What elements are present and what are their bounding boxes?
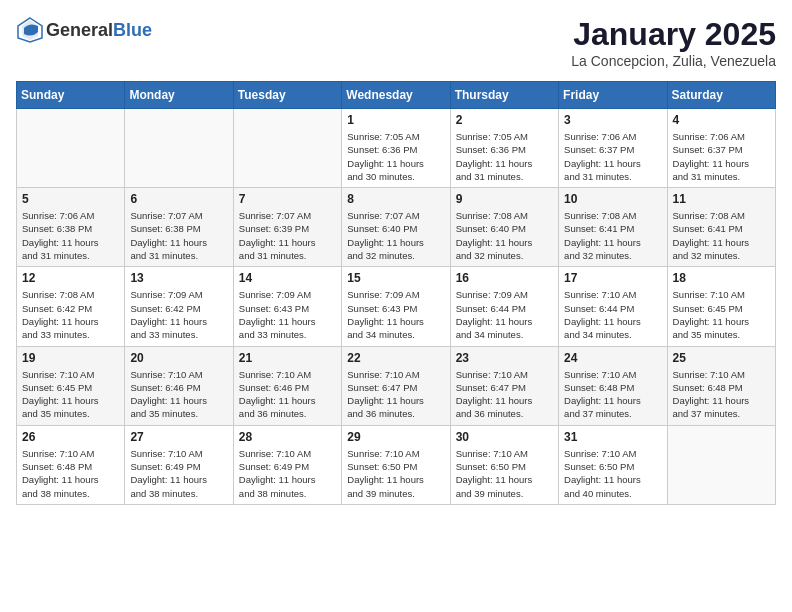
day-cell-17: 17Sunrise: 7:10 AMSunset: 6:44 PMDayligh… xyxy=(559,267,667,346)
day-cell-16: 16Sunrise: 7:09 AMSunset: 6:44 PMDayligh… xyxy=(450,267,558,346)
week-row-4: 19Sunrise: 7:10 AMSunset: 6:45 PMDayligh… xyxy=(17,346,776,425)
week-row-1: 1Sunrise: 7:05 AMSunset: 6:36 PMDaylight… xyxy=(17,109,776,188)
day-info-1: Sunrise: 7:05 AMSunset: 6:36 PMDaylight:… xyxy=(347,130,444,183)
day-info-13: Sunrise: 7:09 AMSunset: 6:42 PMDaylight:… xyxy=(130,288,227,341)
day-info-8: Sunrise: 7:07 AMSunset: 6:40 PMDaylight:… xyxy=(347,209,444,262)
day-info-31: Sunrise: 7:10 AMSunset: 6:50 PMDaylight:… xyxy=(564,447,661,500)
day-number-26: 26 xyxy=(22,430,119,444)
day-cell-19: 19Sunrise: 7:10 AMSunset: 6:45 PMDayligh… xyxy=(17,346,125,425)
day-number-14: 14 xyxy=(239,271,336,285)
day-number-16: 16 xyxy=(456,271,553,285)
day-number-25: 25 xyxy=(673,351,770,365)
day-number-3: 3 xyxy=(564,113,661,127)
day-info-5: Sunrise: 7:06 AMSunset: 6:38 PMDaylight:… xyxy=(22,209,119,262)
day-number-22: 22 xyxy=(347,351,444,365)
week-row-2: 5Sunrise: 7:06 AMSunset: 6:38 PMDaylight… xyxy=(17,188,776,267)
header-day-sunday: Sunday xyxy=(17,82,125,109)
empty-cell xyxy=(125,109,233,188)
day-info-3: Sunrise: 7:06 AMSunset: 6:37 PMDaylight:… xyxy=(564,130,661,183)
day-number-30: 30 xyxy=(456,430,553,444)
day-number-9: 9 xyxy=(456,192,553,206)
logo-icon xyxy=(16,16,44,44)
header-day-friday: Friday xyxy=(559,82,667,109)
day-number-21: 21 xyxy=(239,351,336,365)
day-cell-21: 21Sunrise: 7:10 AMSunset: 6:46 PMDayligh… xyxy=(233,346,341,425)
day-cell-5: 5Sunrise: 7:06 AMSunset: 6:38 PMDaylight… xyxy=(17,188,125,267)
day-cell-18: 18Sunrise: 7:10 AMSunset: 6:45 PMDayligh… xyxy=(667,267,775,346)
day-info-16: Sunrise: 7:09 AMSunset: 6:44 PMDaylight:… xyxy=(456,288,553,341)
day-number-7: 7 xyxy=(239,192,336,206)
day-number-17: 17 xyxy=(564,271,661,285)
day-info-17: Sunrise: 7:10 AMSunset: 6:44 PMDaylight:… xyxy=(564,288,661,341)
day-number-10: 10 xyxy=(564,192,661,206)
day-cell-30: 30Sunrise: 7:10 AMSunset: 6:50 PMDayligh… xyxy=(450,425,558,504)
day-info-19: Sunrise: 7:10 AMSunset: 6:45 PMDaylight:… xyxy=(22,368,119,421)
day-number-6: 6 xyxy=(130,192,227,206)
logo-general: General xyxy=(46,20,113,40)
day-info-26: Sunrise: 7:10 AMSunset: 6:48 PMDaylight:… xyxy=(22,447,119,500)
day-number-8: 8 xyxy=(347,192,444,206)
day-cell-10: 10Sunrise: 7:08 AMSunset: 6:41 PMDayligh… xyxy=(559,188,667,267)
day-cell-22: 22Sunrise: 7:10 AMSunset: 6:47 PMDayligh… xyxy=(342,346,450,425)
day-info-15: Sunrise: 7:09 AMSunset: 6:43 PMDaylight:… xyxy=(347,288,444,341)
header-day-saturday: Saturday xyxy=(667,82,775,109)
month-title: January 2025 xyxy=(571,16,776,53)
day-info-2: Sunrise: 7:05 AMSunset: 6:36 PMDaylight:… xyxy=(456,130,553,183)
day-cell-2: 2Sunrise: 7:05 AMSunset: 6:36 PMDaylight… xyxy=(450,109,558,188)
day-info-23: Sunrise: 7:10 AMSunset: 6:47 PMDaylight:… xyxy=(456,368,553,421)
day-cell-24: 24Sunrise: 7:10 AMSunset: 6:48 PMDayligh… xyxy=(559,346,667,425)
day-number-28: 28 xyxy=(239,430,336,444)
day-cell-14: 14Sunrise: 7:09 AMSunset: 6:43 PMDayligh… xyxy=(233,267,341,346)
day-number-15: 15 xyxy=(347,271,444,285)
day-info-30: Sunrise: 7:10 AMSunset: 6:50 PMDaylight:… xyxy=(456,447,553,500)
day-number-31: 31 xyxy=(564,430,661,444)
location-title: La Concepcion, Zulia, Venezuela xyxy=(571,53,776,69)
day-info-22: Sunrise: 7:10 AMSunset: 6:47 PMDaylight:… xyxy=(347,368,444,421)
day-cell-9: 9Sunrise: 7:08 AMSunset: 6:40 PMDaylight… xyxy=(450,188,558,267)
day-number-12: 12 xyxy=(22,271,119,285)
day-info-12: Sunrise: 7:08 AMSunset: 6:42 PMDaylight:… xyxy=(22,288,119,341)
day-info-25: Sunrise: 7:10 AMSunset: 6:48 PMDaylight:… xyxy=(673,368,770,421)
empty-cell xyxy=(17,109,125,188)
header-row: SundayMondayTuesdayWednesdayThursdayFrid… xyxy=(17,82,776,109)
header-day-wednesday: Wednesday xyxy=(342,82,450,109)
header-day-monday: Monday xyxy=(125,82,233,109)
day-cell-25: 25Sunrise: 7:10 AMSunset: 6:48 PMDayligh… xyxy=(667,346,775,425)
day-number-18: 18 xyxy=(673,271,770,285)
day-info-7: Sunrise: 7:07 AMSunset: 6:39 PMDaylight:… xyxy=(239,209,336,262)
day-info-6: Sunrise: 7:07 AMSunset: 6:38 PMDaylight:… xyxy=(130,209,227,262)
calendar-header: SundayMondayTuesdayWednesdayThursdayFrid… xyxy=(17,82,776,109)
day-info-21: Sunrise: 7:10 AMSunset: 6:46 PMDaylight:… xyxy=(239,368,336,421)
day-info-24: Sunrise: 7:10 AMSunset: 6:48 PMDaylight:… xyxy=(564,368,661,421)
day-info-11: Sunrise: 7:08 AMSunset: 6:41 PMDaylight:… xyxy=(673,209,770,262)
day-number-1: 1 xyxy=(347,113,444,127)
day-number-20: 20 xyxy=(130,351,227,365)
day-cell-7: 7Sunrise: 7:07 AMSunset: 6:39 PMDaylight… xyxy=(233,188,341,267)
day-cell-12: 12Sunrise: 7:08 AMSunset: 6:42 PMDayligh… xyxy=(17,267,125,346)
logo-text: GeneralBlue xyxy=(46,20,152,41)
day-cell-28: 28Sunrise: 7:10 AMSunset: 6:49 PMDayligh… xyxy=(233,425,341,504)
day-info-14: Sunrise: 7:09 AMSunset: 6:43 PMDaylight:… xyxy=(239,288,336,341)
day-cell-3: 3Sunrise: 7:06 AMSunset: 6:37 PMDaylight… xyxy=(559,109,667,188)
empty-cell xyxy=(233,109,341,188)
day-number-19: 19 xyxy=(22,351,119,365)
day-cell-11: 11Sunrise: 7:08 AMSunset: 6:41 PMDayligh… xyxy=(667,188,775,267)
day-info-10: Sunrise: 7:08 AMSunset: 6:41 PMDaylight:… xyxy=(564,209,661,262)
day-cell-13: 13Sunrise: 7:09 AMSunset: 6:42 PMDayligh… xyxy=(125,267,233,346)
logo-blue: Blue xyxy=(113,20,152,40)
day-cell-29: 29Sunrise: 7:10 AMSunset: 6:50 PMDayligh… xyxy=(342,425,450,504)
day-cell-8: 8Sunrise: 7:07 AMSunset: 6:40 PMDaylight… xyxy=(342,188,450,267)
day-cell-1: 1Sunrise: 7:05 AMSunset: 6:36 PMDaylight… xyxy=(342,109,450,188)
week-row-5: 26Sunrise: 7:10 AMSunset: 6:48 PMDayligh… xyxy=(17,425,776,504)
day-number-4: 4 xyxy=(673,113,770,127)
day-info-27: Sunrise: 7:10 AMSunset: 6:49 PMDaylight:… xyxy=(130,447,227,500)
title-area: January 2025 La Concepcion, Zulia, Venez… xyxy=(571,16,776,69)
day-cell-23: 23Sunrise: 7:10 AMSunset: 6:47 PMDayligh… xyxy=(450,346,558,425)
day-info-28: Sunrise: 7:10 AMSunset: 6:49 PMDaylight:… xyxy=(239,447,336,500)
day-cell-4: 4Sunrise: 7:06 AMSunset: 6:37 PMDaylight… xyxy=(667,109,775,188)
page-header: GeneralBlue January 2025 La Concepcion, … xyxy=(16,16,776,69)
day-number-24: 24 xyxy=(564,351,661,365)
calendar-table: SundayMondayTuesdayWednesdayThursdayFrid… xyxy=(16,81,776,505)
day-number-27: 27 xyxy=(130,430,227,444)
day-info-29: Sunrise: 7:10 AMSunset: 6:50 PMDaylight:… xyxy=(347,447,444,500)
